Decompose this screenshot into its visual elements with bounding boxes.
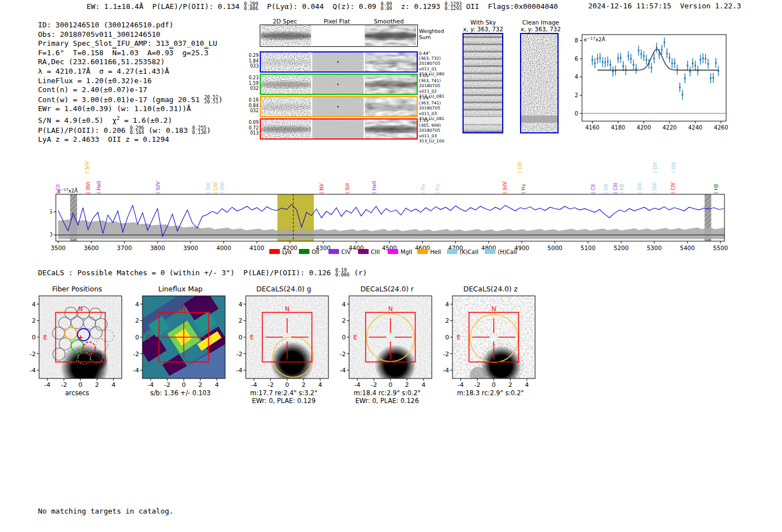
- legend-swatch-1: [299, 249, 309, 254]
- x-tick-label: 0: [182, 381, 186, 389]
- cutout-title-lineflux: Lineflux Map: [128, 285, 233, 293]
- line-annotation-CIV: ( CIV: [213, 183, 218, 194]
- cutout-xlabel-fiber-0: arcsecs: [21, 389, 133, 397]
- x-tick-label: 4260: [714, 124, 728, 131]
- line-annotation-SiIV: ( SiIV: [84, 161, 90, 173]
- line-annotation-Hγ: ( Hγ: [521, 184, 526, 194]
- spec2d-col-header-1: Pixel Flat: [314, 18, 359, 25]
- legend-label-1: OII: [312, 249, 320, 255]
- stacked-uncertainty: 20.5220.51: [204, 95, 218, 104]
- x-tick-label: 3500: [51, 245, 66, 251]
- y-tick-label: -4: [30, 367, 36, 374]
- line-annotation-CII: ( CII: [590, 184, 596, 194]
- legend-swatch-2: [328, 249, 339, 254]
- legend-swatch-4: [388, 249, 398, 254]
- y-tick-label: 4: [575, 74, 578, 80]
- smooth-image: [365, 97, 417, 116]
- x-tick-label: -4: [147, 381, 154, 389]
- y-tick-label: -2: [443, 351, 449, 358]
- x-tick-label: 5500: [713, 245, 728, 251]
- legend-swatch-7: [485, 249, 495, 254]
- x-tick-label: -2: [61, 381, 67, 389]
- info-line-6: LineFlux = 1.20(±0.32)e-16: [38, 76, 223, 86]
- report-version: Version 1.22.3: [680, 2, 741, 10]
- x-tick-label: -2: [474, 381, 480, 389]
- x-tick-label: 4180: [611, 124, 625, 131]
- x-tick-label: 4: [112, 381, 116, 389]
- smooth-image: [365, 25, 416, 46]
- x-tick-label: -4: [44, 381, 50, 389]
- y-tick-label: 2: [342, 317, 346, 324]
- flat-image: [312, 119, 364, 138]
- full-spectrum-plot: 3500360037003800390040004100420043004400…: [50, 150, 735, 261]
- line-annotation-CII: ( CII: [55, 184, 61, 194]
- y-tick-label: 4: [135, 301, 139, 308]
- white-image: [312, 25, 364, 46]
- cutout-xlabel-r-0: m:18.4 rc:2.9" s:0.2": [331, 389, 443, 397]
- row-weights-1: 0.231.59032: [247, 75, 259, 92]
- clean-image-title: Clean Imagex, y: 363, 732: [519, 19, 562, 32]
- x-tick-label: 0: [79, 381, 83, 389]
- legend-label-0: Lyα: [282, 249, 292, 255]
- cutout-title-g: DECaLS(24.0) g: [231, 285, 336, 293]
- noise2d-image: [261, 97, 311, 116]
- cutout-plot-lineflux: NE-4-4-2-2002244: [128, 295, 233, 391]
- x-tick-label: 2: [405, 381, 409, 389]
- x-tick-label: -2: [371, 381, 377, 389]
- spec2d-col-header-0: 2D Spec: [263, 18, 307, 25]
- y-tick-label: -2: [133, 351, 139, 358]
- x-tick-label: 0: [492, 381, 496, 389]
- elixer-report: EW: 1.1±18.4Å P(LAE)/P(OII): 0.134 0.209…: [0, 0, 782, 532]
- y-tick-label: -4: [443, 367, 449, 374]
- x-tick-label: 3800: [150, 245, 165, 251]
- compass-north-label: N: [285, 305, 289, 313]
- header-datetime: 2024-12-16 11:57:15 Version 1.22.3: [588, 2, 741, 10]
- line-annotation-SiIV: ( SiIV: [502, 181, 508, 194]
- y-tick-label: 8: [575, 37, 578, 44]
- smooth-image: [365, 52, 417, 71]
- y-tick-label: 2: [135, 317, 139, 324]
- x-tick-label: -4: [354, 381, 360, 389]
- clean-image-panel: Clean Imagex, y: 363, 732: [519, 19, 562, 32]
- cutout-svg-r: NE-4-4-2-2002244: [335, 295, 440, 389]
- stacked-uncertainty: 0.090.09: [381, 2, 392, 11]
- legend-label-4: MgII: [400, 249, 412, 255]
- y-tick-label: 5: [50, 208, 53, 215]
- compass-east-label: E: [457, 334, 461, 341]
- line-annotation-OIII: ( OIII: [652, 162, 658, 173]
- y-tick-label: 2: [575, 92, 578, 98]
- cutout-svg-fiber: NE-4-4-2-2002244: [25, 295, 130, 389]
- compass-east-label: E: [44, 334, 47, 341]
- line-annotation-OVI: ( OVI: [85, 182, 91, 194]
- compass-north-label: N: [182, 305, 186, 313]
- info-line-11: P(LAE)/P(OII): 0.206 0.2960.164 (w: 0.18…: [38, 126, 223, 136]
- cutout-xlabel-r-1: EWr: 0, PLAE: 0.126: [331, 397, 443, 405]
- x-tick-label: -4: [457, 381, 464, 389]
- y-tick-label: 0: [50, 231, 53, 238]
- legend-label-7: (H)CaII: [498, 249, 517, 255]
- footer-line-1: No matching targets in catalog.: [38, 507, 174, 516]
- line-annotation-Hγ: ( Hγ: [435, 184, 440, 194]
- fiber-cutout-row-1: [260, 74, 418, 95]
- with-sky-title: With Skyx, y: 363, 732: [461, 19, 505, 32]
- cutout-title-z: DECaLS(24.0) z: [438, 285, 543, 293]
- info-line-7: Cont(n) = 2.40(±0.07)e-17: [38, 85, 223, 95]
- footer-notes: No matching targets in catalog. Row inte…: [38, 489, 174, 532]
- info-line-10: S/N = 4.9(±0.5) χ2 = 1.6(±0.2): [38, 114, 223, 126]
- x-tick-label: -2: [164, 381, 170, 389]
- legend-swatch-0: [269, 249, 280, 254]
- line-annotation-NV: ( NV: [319, 184, 325, 194]
- header-summary: EW: 1.1±18.4Å P(LAE)/P(OII): 0.134 0.209…: [87, 2, 558, 11]
- x-tick-label: 4160: [585, 124, 599, 131]
- smooth-image: [365, 119, 417, 138]
- row-weights-0: 0.291.84033: [247, 53, 259, 69]
- weighted-sum-label: WeightedSum: [419, 28, 444, 40]
- cutout-xlabel-g-1: EWr: 0, PLAE: 0.129: [228, 397, 340, 405]
- cutout-svg-g: NE-4-4-2-2002244: [231, 295, 336, 389]
- cutout-plot-g: NE-4-4-2-2002244: [231, 295, 336, 391]
- stacked-uncertainty: 0.2090.086: [244, 2, 259, 11]
- cutout-plot-fiber: NE-4-4-2-2002244: [25, 295, 130, 391]
- y-tick-label: 0: [342, 334, 346, 341]
- info-line-3: F=1.6" T=0.158 N=1.03 A=0.93 g=25.3: [38, 49, 223, 58]
- report-timestamp: 2024-12-16 11:57:15: [588, 2, 671, 10]
